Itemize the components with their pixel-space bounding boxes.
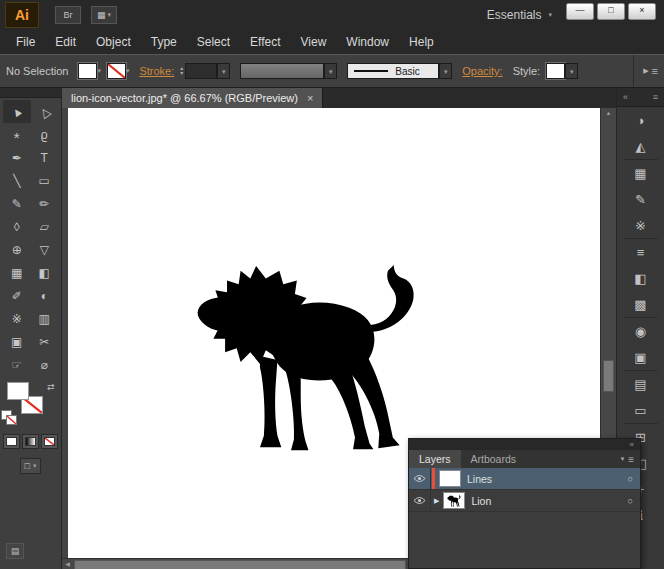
menu-help[interactable]: Help <box>399 35 444 49</box>
swatches-panel-icon[interactable]: ▦ <box>617 160 664 186</box>
layer-name[interactable]: Lion <box>471 495 491 507</box>
zoom-tool[interactable]: ⌀ <box>31 353 59 376</box>
perspective-grid-tool[interactable]: ▽ <box>31 238 59 261</box>
line-segment-tool[interactable]: ╲ <box>3 169 31 192</box>
scroll-up-arrow[interactable]: ▲ <box>601 108 616 119</box>
direct-selection-tool[interactable]: △ <box>31 100 59 123</box>
menu-file[interactable]: File <box>6 35 45 49</box>
fill-indicator-swatch[interactable] <box>7 382 29 400</box>
caret-down-icon[interactable]: ▾ <box>97 67 101 75</box>
pencil-tool[interactable]: ✏ <box>31 192 59 215</box>
shape-builder-tool[interactable]: ⊕ <box>3 238 31 261</box>
menu-type[interactable]: Type <box>141 35 187 49</box>
control-panel-menu[interactable]: ▶ ≡ <box>633 55 658 87</box>
bridge-icon[interactable]: Br <box>55 6 81 24</box>
column-graph-tool[interactable]: ▥ <box>31 307 59 330</box>
gradient-mode-button[interactable] <box>22 434 39 449</box>
width-profile-caret[interactable]: ▾ <box>324 63 337 79</box>
tab-close-icon[interactable]: × <box>307 92 313 104</box>
close-button[interactable]: × <box>628 3 656 20</box>
tab-layers[interactable]: Layers <box>409 450 461 468</box>
transparency-panel-icon[interactable]: ▩ <box>617 291 664 317</box>
document-tab[interactable]: lion-icon-vector.jpg* @ 66.67% (RGB/Prev… <box>62 88 323 108</box>
brush-definition-caret[interactable]: ▾ <box>439 63 452 79</box>
brushes-panel-icon[interactable]: ✎ <box>617 186 664 212</box>
workspace-switcher[interactable]: Essentials ▾ <box>487 8 552 22</box>
default-stroke-icon[interactable] <box>6 415 17 425</box>
stroke-link[interactable]: Stroke: <box>139 65 174 77</box>
lasso-tool[interactable]: ϱ <box>31 123 59 146</box>
screen-mode-button[interactable]: □ ▾ <box>20 458 42 474</box>
mesh-tool[interactable]: ▦ <box>3 261 31 284</box>
slice-tool[interactable]: ✂ <box>31 330 59 353</box>
color-guide-panel-icon[interactable]: ◭ <box>617 133 664 159</box>
vertical-scroll-thumb[interactable] <box>603 360 614 392</box>
style-caret[interactable]: ▾ <box>565 63 578 79</box>
eyedropper-tool[interactable]: ✐ <box>3 284 31 307</box>
artboard-tool[interactable]: ▣ <box>3 330 31 353</box>
layer-thumbnail[interactable] <box>439 470 461 487</box>
opacity-link[interactable]: Opacity: <box>462 65 502 77</box>
symbol-sprayer-tool[interactable]: ※ <box>3 307 31 330</box>
rectangle-tool[interactable]: ▭ <box>31 169 59 192</box>
fill-color-swatch[interactable] <box>78 63 97 79</box>
graphic-styles-panel-icon[interactable]: ▣ <box>617 344 664 370</box>
expand-panels-icon[interactable]: « <box>623 92 628 102</box>
minimize-button[interactable]: — <box>566 3 594 20</box>
appearance-panel-icon[interactable]: ◉ <box>617 318 664 344</box>
dock-menu-icon[interactable]: ≡ <box>653 92 658 102</box>
dock-header[interactable]: « ≡ <box>617 88 664 107</box>
type-tool[interactable]: T <box>31 146 59 169</box>
menu-window[interactable]: Window <box>336 35 399 49</box>
menu-view[interactable]: View <box>291 35 337 49</box>
selection-tool[interactable]: ▲ <box>3 100 31 123</box>
stroke-panel-icon[interactable]: ≡ <box>617 239 664 265</box>
arrange-documents-icon[interactable]: ▦ ▾ <box>91 6 117 24</box>
menu-select[interactable]: Select <box>187 35 240 49</box>
layers-panel-dock-icon[interactable]: ▤ <box>617 371 664 397</box>
swap-fill-stroke-icon[interactable]: ⇄ <box>47 382 55 392</box>
brush-definition-dropdown[interactable]: Basic <box>347 63 439 79</box>
style-swatch[interactable] <box>546 63 565 79</box>
magic-wand-tool[interactable]: * <box>3 123 31 146</box>
stroke-weight-field[interactable] <box>185 63 217 79</box>
layers-panel-collapse-bar[interactable]: « <box>409 439 640 450</box>
lion-silhouette-artwork[interactable] <box>196 262 419 458</box>
scroll-left-arrow[interactable]: ◀ <box>62 559 73 569</box>
layer-row-lion[interactable]: ▶ Lion ○ <box>409 490 640 512</box>
menu-object[interactable]: Object <box>86 35 141 49</box>
gradient-panel-icon[interactable]: ◧ <box>617 265 664 291</box>
tools-panel-header[interactable] <box>0 88 61 98</box>
artboards-panel-icon[interactable]: ▭ <box>617 397 664 423</box>
horizontal-scroll-thumb[interactable] <box>74 560 406 569</box>
stroke-color-swatch[interactable] <box>107 63 126 79</box>
layers-panel-menu[interactable]: ▾ ≡ <box>621 450 640 468</box>
free-transform-tool[interactable]: ▱ <box>31 215 59 238</box>
disclosure-triangle-icon[interactable]: ▶ <box>434 497 439 505</box>
hand-tool[interactable]: ☞ <box>3 353 31 376</box>
paintbrush-tool[interactable]: ✎ <box>3 192 31 215</box>
stroke-weight-stepper[interactable]: ▴ ▾ <box>180 66 183 76</box>
layer-thumbnail[interactable] <box>443 492 465 509</box>
menu-effect[interactable]: Effect <box>240 35 290 49</box>
color-panel-icon[interactable]: ◑ <box>617 107 664 133</box>
target-circle-icon[interactable]: ○ <box>628 496 633 506</box>
width-tool[interactable]: ◊ <box>3 215 31 238</box>
menu-edit[interactable]: Edit <box>45 35 86 49</box>
visibility-toggle[interactable] <box>409 490 431 511</box>
tab-artboards[interactable]: Artboards <box>461 450 527 468</box>
width-profile-dropdown[interactable] <box>240 63 324 79</box>
stroke-weight-dropdown[interactable]: ▾ <box>217 63 230 79</box>
symbols-panel-icon[interactable]: ※ <box>617 212 664 238</box>
blend-tool[interactable]: ◐ <box>31 284 59 307</box>
layer-name[interactable]: Lines <box>467 473 492 485</box>
maximize-button[interactable]: □ <box>597 3 625 20</box>
none-mode-button[interactable] <box>41 434 58 449</box>
layer-row-lines[interactable]: Lines ○ <box>409 468 640 490</box>
caret-down-icon[interactable]: ▾ <box>126 67 130 75</box>
target-circle-icon[interactable]: ○ <box>628 474 633 484</box>
color-mode-button[interactable] <box>3 434 20 449</box>
visibility-toggle[interactable] <box>409 468 431 489</box>
pen-tool[interactable]: ✒ <box>3 146 31 169</box>
collapsed-panel-icon[interactable]: ▤ <box>6 543 24 559</box>
